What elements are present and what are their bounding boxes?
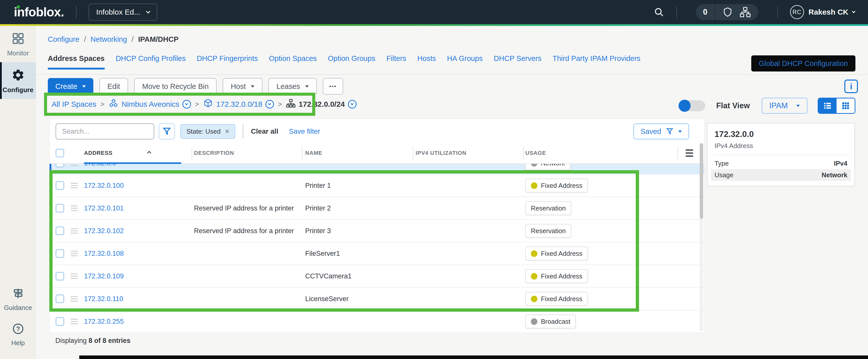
address-link[interactable]: 172.32.0.100	[84, 182, 124, 189]
sidebar-item-configure[interactable]: Configure	[0, 62, 36, 99]
clear-all-button[interactable]: Clear all	[251, 127, 278, 136]
breadcrumb-configure[interactable]: Configure	[48, 35, 80, 43]
all-ip-spaces-link[interactable]: All IP Spaces	[52, 100, 96, 109]
column-header-ipv4-utilization[interactable]: IPV4 UTILIZATION	[415, 150, 466, 156]
drag-handle[interactable]	[71, 228, 78, 234]
table-row[interactable]: 172.32.0.101 Reserved IP address for a p…	[50, 197, 704, 220]
network-sitemap-icon[interactable]	[740, 6, 751, 18]
drag-handle[interactable]	[71, 319, 78, 324]
chevron-down-icon[interactable]	[852, 9, 856, 13]
table-row[interactable]: 172.32.0.0 Network	[50, 164, 704, 175]
scrollbar-thumb[interactable]	[700, 143, 703, 219]
address-link[interactable]: 172.32.0.110	[84, 295, 123, 303]
table-row[interactable]: 172.32.0.100 Printer 1 Fixed Address	[50, 175, 704, 197]
address-link[interactable]: 172.32.0.102	[84, 227, 124, 235]
search-input[interactable]	[56, 123, 154, 140]
table-row[interactable]: 172.32.0.110 LicenseServer Fixed Address	[50, 288, 704, 310]
move-to-recycle-bin-button[interactable]: Move to Recycle Bin	[134, 78, 217, 95]
sidebar-item-monitor[interactable]: Monitor	[0, 26, 36, 62]
row-checkbox[interactable]	[56, 317, 64, 326]
drag-handle[interactable]	[71, 296, 78, 302]
row-checkbox[interactable]	[56, 204, 64, 212]
tab-ha-groups[interactable]: HA Groups	[447, 54, 483, 69]
tab-option-spaces[interactable]: Option Spaces	[269, 54, 317, 69]
address-link[interactable]: 172.32.0.255	[84, 318, 124, 326]
row-checkbox[interactable]	[56, 249, 64, 258]
tab-filters[interactable]: Filters	[386, 54, 406, 69]
view-mode-select[interactable]: IPAM	[762, 98, 808, 114]
caret-down-icon	[305, 85, 309, 88]
table-row[interactable]: 172.32.0.255 Broadcast	[50, 310, 704, 333]
tab-dhcp-servers[interactable]: DHCP Servers	[494, 54, 542, 69]
usage-badge: Reservation	[525, 201, 571, 215]
drag-handle[interactable]	[71, 251, 78, 256]
table-row[interactable]: 172.32.0.109 CCTVCamera1 Fixed Address	[50, 265, 704, 288]
table-row[interactable]: 172.32.0.108 FileServer1 Fixed Address	[50, 242, 704, 265]
drag-handle[interactable]	[71, 274, 78, 279]
address-link[interactable]: 172.32.0.108	[84, 250, 124, 258]
crumb-dropdown-chevron-icon[interactable]	[266, 100, 274, 109]
product-switcher-button[interactable]: Infoblox Ed...	[89, 3, 157, 21]
crumb-dropdown-chevron-icon[interactable]	[348, 100, 356, 109]
column-header-address[interactable]: ADDRESS	[84, 150, 151, 156]
more-actions-button[interactable]: •••	[323, 78, 343, 95]
select-all-checkbox[interactable]	[56, 149, 64, 157]
address-link[interactable]: 172.32.0.109	[84, 272, 124, 280]
chevron-down-icon	[185, 102, 188, 105]
chip-close-icon[interactable]: ×	[225, 127, 229, 136]
list-view-icon[interactable]	[818, 98, 837, 113]
table-row[interactable]: 172.32.0.102 Reserved IP address for a p…	[50, 220, 704, 242]
tab-dhcp-fingerprints[interactable]: DHCP Fingerprints	[197, 54, 258, 69]
row-checkbox[interactable]	[56, 227, 64, 235]
sidebar-bottom: Guidance ? Help	[0, 281, 36, 352]
breadcrumb-networking[interactable]: Networking	[91, 35, 127, 43]
row-checkbox[interactable]	[56, 295, 64, 303]
drag-handle[interactable]	[71, 164, 78, 166]
row-checkbox[interactable]	[56, 164, 64, 168]
saved-filters-button[interactable]: Saved	[633, 123, 689, 140]
avatar[interactable]: RC	[790, 5, 804, 19]
sidebar-item-help[interactable]: ? Help	[0, 317, 36, 352]
crumb-dropdown-chevron-icon[interactable]	[182, 100, 191, 109]
global-dhcp-configuration-button[interactable]: Global DHCP Configuration	[751, 55, 856, 71]
filter-chip-state-used[interactable]: State: Used ×	[180, 124, 235, 139]
breadcrumb-separator: >	[195, 100, 199, 108]
row-checkbox[interactable]	[56, 181, 64, 190]
tab-third-party-ipam-providers[interactable]: Third Party IPAM Providers	[553, 54, 640, 69]
info-icon[interactable]: i	[844, 80, 858, 93]
grid-view-icon[interactable]	[837, 98, 855, 113]
save-filter-link[interactable]: Save filter	[289, 127, 320, 136]
user-name[interactable]: Rakesh CK	[809, 8, 848, 17]
notification-count-badge[interactable]: 0	[696, 4, 715, 20]
tab-address-spaces[interactable]: Address Spaces	[48, 54, 105, 69]
drag-handle[interactable]	[71, 183, 78, 188]
sidebar-item-guidance[interactable]: Guidance	[0, 281, 36, 317]
subnet-icon	[286, 99, 296, 110]
address-block-link[interactable]: 172.32.0.0/18	[216, 100, 262, 109]
pill-icons	[715, 6, 758, 18]
tab-dhcp-config-profiles[interactable]: DHCP Config Profiles	[116, 54, 186, 69]
shield-icon[interactable]	[722, 7, 733, 17]
search-icon[interactable]	[654, 7, 664, 18]
edit-button[interactable]: Edit	[99, 78, 128, 95]
filter-funnel-icon[interactable]	[159, 123, 175, 140]
ipam-dhcp-page: infoblox. Infoblox Ed... 0	[0, 0, 868, 359]
address-link[interactable]: 172.32.0.101	[84, 204, 124, 212]
sort-asc-icon[interactable]	[147, 151, 151, 155]
tab-hosts[interactable]: Hosts	[417, 54, 436, 69]
ip-space-link[interactable]: Nimbus Aveonics	[122, 100, 179, 109]
tab-option-groups[interactable]: Option Groups	[328, 54, 375, 69]
filter-bar: State: Used × Clear all Save filter Save…	[56, 123, 698, 140]
host-dropdown-button[interactable]: Host	[223, 78, 262, 95]
leases-dropdown-button[interactable]: Leases	[269, 78, 317, 95]
column-header-name[interactable]: NAME	[305, 150, 322, 156]
create-button[interactable]: Create	[48, 78, 93, 95]
flat-view-toggle[interactable]	[679, 100, 705, 111]
address-link[interactable]: 172.32.0.0	[84, 164, 116, 167]
drag-handle[interactable]	[71, 206, 78, 211]
column-settings-icon[interactable]	[686, 150, 693, 157]
column-header-usage[interactable]: USAGE	[525, 150, 546, 156]
row-checkbox[interactable]	[56, 272, 64, 280]
vertical-scrollbar[interactable]	[700, 143, 703, 331]
column-header-description[interactable]: DESCRIPTION	[194, 150, 234, 156]
